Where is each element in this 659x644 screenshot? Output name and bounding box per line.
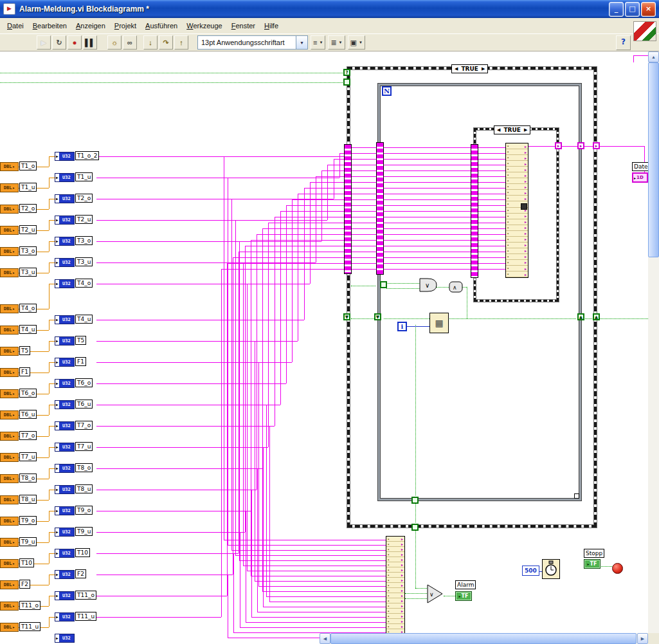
- shift-register-left[interactable]: ▼: [343, 313, 350, 320]
- shift-register-left[interactable]: ▼: [374, 313, 381, 320]
- dbl-terminal[interactable]: DBL▸: [0, 517, 19, 526]
- boolean-tunnel[interactable]: ▲: [593, 313, 600, 320]
- dbl-terminal[interactable]: DBL▸: [0, 389, 19, 398]
- u32-terminal[interactable]: ▶U32: [55, 421, 75, 430]
- dbl-terminal[interactable]: DBL▸: [0, 580, 19, 589]
- dbl-terminal[interactable]: DBL▸: [0, 602, 19, 611]
- step-over-button[interactable]: ↷: [159, 35, 173, 50]
- or-array-elements-function[interactable]: ∨: [427, 584, 444, 603]
- u32-terminal[interactable]: ▶U32: [55, 634, 75, 643]
- retain-wire-values-button[interactable]: ∞: [123, 35, 137, 50]
- or-function[interactable]: ∨: [419, 278, 437, 292]
- inner-case-selector[interactable]: ◀ TRUE ▶: [494, 125, 530, 134]
- u32-terminal[interactable]: ▶U32: [55, 194, 75, 203]
- run-continuous-button[interactable]: ↻: [52, 35, 66, 50]
- dbl-terminal[interactable]: DBL▸: [0, 183, 19, 192]
- menu-item-bearbeiten[interactable]: Bearbeiten: [28, 19, 71, 32]
- u32-terminal[interactable]: ▶U32: [55, 258, 75, 267]
- loop-count-terminal[interactable]: N: [382, 86, 392, 96]
- loop-iteration-terminal[interactable]: i: [397, 322, 407, 331]
- dbl-terminal[interactable]: DBL▸: [0, 226, 19, 235]
- stop-button[interactable]: [612, 563, 623, 574]
- horizontal-scroll-thumb[interactable]: [330, 633, 636, 644]
- horizontal-scrollbar[interactable]: ◀ ▶: [320, 633, 648, 644]
- dbl-terminal[interactable]: DBL▸: [0, 559, 19, 568]
- u32-terminal[interactable]: ▶U32: [55, 358, 75, 367]
- highlight-execution-button[interactable]: ☼: [107, 35, 122, 50]
- wait-ms-function[interactable]: [542, 559, 560, 579]
- dbl-terminal[interactable]: DBL▸: [0, 347, 19, 356]
- u32-terminal[interactable]: ▶U32: [55, 336, 75, 345]
- index-array-function[interactable]: ▦: [429, 313, 449, 333]
- dbl-terminal[interactable]: DBL▸: [0, 326, 19, 335]
- tunnel-column[interactable]: [344, 144, 352, 274]
- menu-item-hilfe[interactable]: Hilfe: [260, 19, 283, 32]
- distribute-objects-dropdown[interactable]: ≣▼: [328, 35, 345, 50]
- scroll-left-button[interactable]: ◀: [320, 633, 330, 644]
- unbundle-node[interactable]: ▪▸▪▸▪▸▪▸▪▸▪▸▪▸▪▸▪▸▪▸▪▸▪▸▪▸▪▸▪▸▪▸▪▸▪▸▪▸▪▸…: [386, 536, 405, 644]
- tunnel-column[interactable]: [376, 142, 384, 275]
- dbl-terminal[interactable]: DBL▸: [0, 432, 19, 441]
- close-button[interactable]: ×: [641, 2, 656, 17]
- step-into-button[interactable]: ↓: [143, 35, 158, 50]
- cluster-tunnel[interactable]: ▸: [577, 142, 584, 149]
- dbl-terminal[interactable]: DBL▸: [0, 247, 19, 256]
- title-bar[interactable]: ▶ Alarm-Meldung.vi Blockdiagramm * _ □ ×: [0, 0, 659, 18]
- tunnel-column[interactable]: [471, 144, 478, 278]
- boolean-tunnel[interactable]: [411, 524, 419, 531]
- boolean-tunnel[interactable]: [380, 281, 387, 288]
- stopp-terminal[interactable]: ▸ TF: [584, 559, 600, 569]
- dbl-terminal[interactable]: DBL▸: [0, 623, 19, 632]
- menu-item-ausführen[interactable]: Ausführen: [141, 19, 182, 32]
- scroll-right-button[interactable]: ▶: [637, 633, 648, 644]
- u32-terminal[interactable]: ▶U32: [55, 237, 75, 246]
- u32-terminal[interactable]: ▶U32: [55, 279, 75, 288]
- u32-terminal[interactable]: ▶U32: [55, 549, 75, 558]
- alarm-terminal[interactable]: ▸ TF: [455, 591, 472, 601]
- font-dropdown-arrow-icon[interactable]: ▼: [296, 36, 307, 49]
- menu-item-fenster[interactable]: Fenster: [227, 19, 260, 32]
- case-prev-icon[interactable]: ◀: [455, 66, 458, 71]
- reorder-objects-dropdown[interactable]: ▣▼: [348, 35, 365, 50]
- case-next-icon[interactable]: ▶: [524, 127, 527, 133]
- daten-terminal[interactable]: ▸ 1D: [632, 172, 648, 183]
- shift-register-right[interactable]: ▲: [577, 313, 584, 320]
- run-button[interactable]: ▶: [37, 35, 51, 50]
- u32-terminal[interactable]: ▶U32: [55, 506, 75, 515]
- dbl-terminal[interactable]: DBL▸: [0, 538, 19, 547]
- help-button[interactable]: ?: [616, 35, 631, 50]
- menu-item-datei[interactable]: Datei: [3, 19, 28, 32]
- dbl-terminal[interactable]: DBL▸: [0, 453, 19, 462]
- dbl-terminal[interactable]: DBL▸: [0, 410, 19, 419]
- wait-constant[interactable]: 500: [522, 566, 539, 576]
- cluster-tunnel[interactable]: ▸: [555, 142, 562, 149]
- minimize-button[interactable]: _: [609, 2, 624, 17]
- font-selector[interactable]: 13pt Anwendungsschriftart ▼: [197, 35, 308, 50]
- boolean-tunnel[interactable]: [411, 497, 419, 504]
- u32-terminal[interactable]: ▶U32: [55, 315, 75, 324]
- dbl-terminal[interactable]: DBL▸: [0, 368, 19, 377]
- u32-terminal[interactable]: ▶U32: [55, 216, 75, 225]
- cluster-tunnel[interactable]: ▸: [593, 142, 600, 149]
- pause-button[interactable]: ▌▌: [83, 35, 97, 50]
- dbl-terminal[interactable]: DBL▸: [0, 205, 19, 214]
- u32-terminal[interactable]: ▶U32: [55, 400, 75, 409]
- maximize-button[interactable]: □: [625, 2, 640, 17]
- dbl-terminal[interactable]: DBL▸: [0, 304, 19, 313]
- align-objects-dropdown[interactable]: ≡▼: [311, 35, 325, 50]
- loop-resize-handle[interactable]: [574, 493, 579, 499]
- outer-case-selector[interactable]: ◀ TRUE ▶: [451, 64, 488, 73]
- u32-terminal[interactable]: ▶U32: [55, 443, 75, 452]
- dbl-terminal[interactable]: DBL▸: [0, 162, 19, 171]
- vertical-scrollbar[interactable]: ▲ ▼: [648, 51, 659, 644]
- u32-terminal[interactable]: ▶U32: [55, 485, 75, 494]
- scroll-up-button[interactable]: ▲: [648, 51, 659, 62]
- dbl-terminal[interactable]: DBL▸: [0, 474, 19, 483]
- dbl-terminal[interactable]: DBL▸: [0, 495, 19, 504]
- u32-terminal[interactable]: ▶U32: [55, 152, 75, 161]
- menu-item-werkzeuge[interactable]: Werkzeuge: [182, 19, 226, 32]
- menu-item-anzeigen[interactable]: Anzeigen: [71, 19, 110, 32]
- case-selector-tunnel[interactable]: ?: [343, 69, 350, 76]
- case-next-icon[interactable]: ▶: [482, 66, 485, 71]
- u32-terminal[interactable]: ▶U32: [55, 464, 75, 473]
